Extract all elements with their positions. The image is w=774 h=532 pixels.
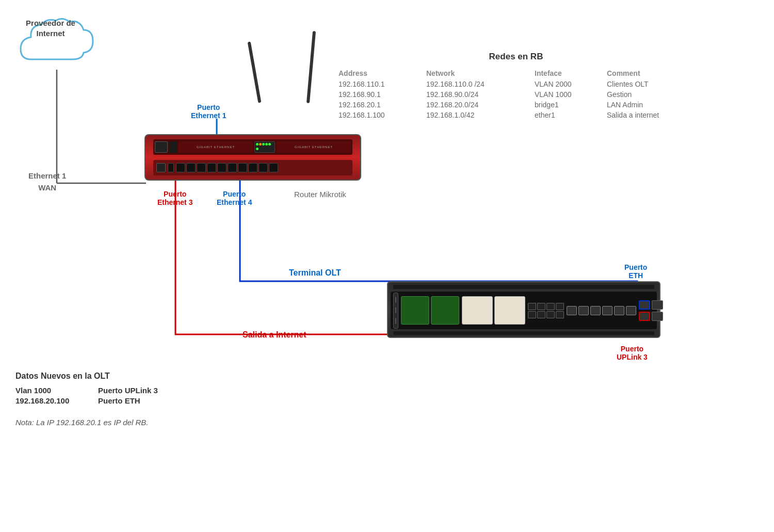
- row2-interface: VLAN 1000: [531, 90, 604, 99]
- datos-grid: Vlan 1000 Puerto UPLink 3 192.168.20.100…: [15, 386, 186, 405]
- redes-rb-title: Redes en RB: [335, 52, 697, 62]
- row1-comment: Clientes OLT: [604, 79, 697, 89]
- row4-interface: ether1: [531, 110, 604, 120]
- cloud-label-line2: Internet: [36, 29, 64, 38]
- header-comment: Comment: [604, 68, 697, 78]
- datos-row2-value: Puerto ETH: [98, 396, 186, 405]
- nota-text: Nota: La IP 192.168.20.1 es IP del RB.: [15, 418, 148, 427]
- eth1-wan-label: Ethernet 1 WAN: [28, 170, 66, 194]
- row2-comment: Gestion: [604, 90, 697, 99]
- redes-rb-section: Redes en RB Address Network Inteface Com…: [335, 52, 697, 120]
- wan-label: WAN: [28, 182, 66, 194]
- header-interface: Inteface: [531, 68, 604, 78]
- cloud-label: Proveedor de Internet: [20, 18, 82, 38]
- olt-device: [387, 281, 660, 338]
- eth1-label: Ethernet 1: [28, 170, 66, 182]
- puerto-eth1-label: Puerto Ethernet 1: [191, 103, 226, 120]
- router-label: Router Mikrotik: [294, 190, 346, 199]
- row2-address: 192.168.90.1: [335, 90, 423, 99]
- datos-row2-label: 192.168.20.100: [15, 396, 98, 405]
- row4-network: 192.168.1.0/42: [423, 110, 531, 120]
- row3-network: 192.168.20.0/24: [423, 100, 531, 109]
- antenna-right: [307, 31, 316, 103]
- datos-row1-value: Puerto UPLink 3: [98, 386, 186, 395]
- antenna-left: [248, 41, 262, 103]
- puerto-eth4-label: Puerto Ethernet 4: [217, 190, 252, 206]
- datos-nuevos-title: Datos Nuevos en la OLT: [15, 372, 186, 381]
- diagram-container: Proveedor de Internet Ethernet 1 WAN GIG…: [0, 0, 774, 532]
- row3-interface: bridge1: [531, 100, 604, 109]
- row4-comment: Salida a internet: [604, 110, 697, 120]
- terminal-olt-label: Terminal OLT: [289, 268, 341, 278]
- row1-address: 192.168.110.1: [335, 79, 423, 89]
- row4-address: 192.168.1.100: [335, 110, 423, 120]
- router-device: GIGABIT ETHERNET GIGABIT ETHERNET: [144, 134, 361, 181]
- row2-network: 192.168.90.0/24: [423, 90, 531, 99]
- row3-address: 192.168.20.1: [335, 100, 423, 109]
- header-network: Network: [423, 68, 531, 78]
- salida-internet-label: Salida a Internet: [243, 330, 307, 340]
- row3-comment: LAN Admin: [604, 100, 697, 109]
- datos-row1-label: Vlan 1000: [15, 386, 98, 395]
- datos-nuevos-section: Datos Nuevos en la OLT Vlan 1000 Puerto …: [15, 372, 186, 405]
- puerto-eth-olt-label: Puerto ETH: [624, 263, 647, 280]
- row1-interface: VLAN 2000: [531, 79, 604, 89]
- row1-network: 192.168.110.0 /24: [423, 79, 531, 89]
- cloud-label-line1: Proveedor de: [26, 19, 75, 27]
- puerto-uplink3-label: Puerto UPLink 3: [617, 345, 648, 361]
- header-address: Address: [335, 68, 423, 78]
- puerto-eth3-label: Puerto Ethernet 3: [157, 190, 192, 206]
- redes-table: Address Network Inteface Comment 192.168…: [335, 68, 697, 120]
